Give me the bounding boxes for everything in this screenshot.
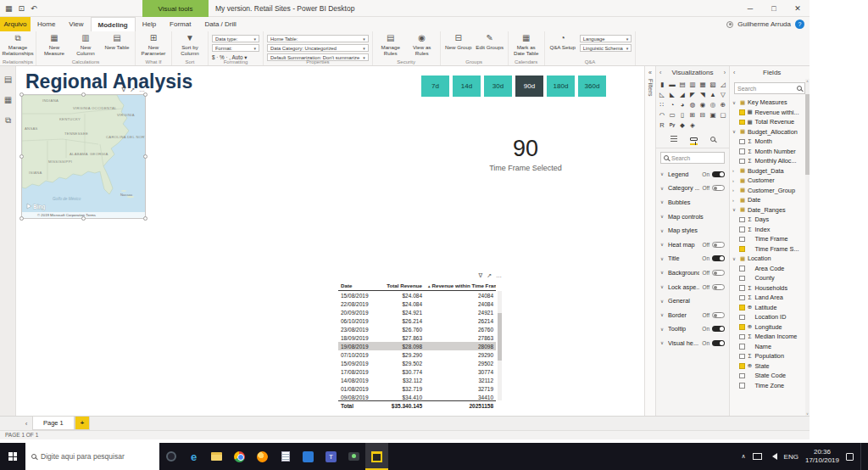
- clustered-column-chart-icon[interactable]: ▥: [688, 80, 698, 89]
- clustered-bar-chart-icon[interactable]: ▤: [678, 80, 687, 89]
- chevron-right-icon[interactable]: ›: [732, 168, 737, 173]
- page-nav-icon[interactable]: ‹: [20, 417, 32, 430]
- collapse-visualizations-icon[interactable]: ‹: [659, 70, 661, 76]
- resize-handle[interactable]: [19, 92, 24, 97]
- report-view-icon[interactable]: ▤: [0, 72, 16, 87]
- category-toggle[interactable]: [712, 185, 725, 191]
- scatter-chart-icon[interactable]: ∷: [658, 100, 667, 109]
- line-and-stacked-column-chart-icon[interactable]: ◢: [678, 90, 687, 99]
- ribbon-control-linguistic-schema[interactable]: Linguistic Schema: [580, 44, 632, 52]
- format-option-map-controls[interactable]: ∨Map controls: [656, 210, 729, 224]
- ribbon-control-format[interactable]: Format:: [212, 44, 259, 52]
- ribbon-button-sort-by-column[interactable]: ▼Sort by Column: [175, 33, 204, 56]
- edge-icon[interactable]: e: [182, 443, 205, 470]
- revenue-table-visual[interactable]: ∇ ↗ … DateTotal Revenue▲Revenue within T…: [338, 281, 502, 411]
- donut-chart-icon[interactable]: ◕: [678, 100, 687, 109]
- chrome-icon[interactable]: [228, 443, 251, 470]
- focus-mode-icon[interactable]: ↗: [487, 272, 492, 279]
- scrollbar-thumb[interactable]: [805, 94, 810, 175]
- chevron-down-icon[interactable]: ∨: [660, 284, 665, 289]
- bing-map[interactable]: INDIANAVIRGINIA OCCIDENTALVIRGINIAKENTUC…: [22, 95, 145, 218]
- field-item-time-zone[interactable]: Time Zone: [730, 381, 810, 391]
- notepad-icon[interactable]: [274, 443, 297, 470]
- notification-center-icon[interactable]: [846, 453, 854, 461]
- tab-view[interactable]: View: [62, 17, 90, 31]
- field-item-median-income[interactable]: ΣMedian Income: [730, 332, 810, 342]
- field-item-location-id[interactable]: Location ID: [730, 312, 810, 322]
- pie-chart-icon[interactable]: ◔: [668, 100, 677, 109]
- format-option-bubbles[interactable]: ∨Bubbles: [656, 195, 729, 210]
- field-checkbox[interactable]: [739, 334, 745, 340]
- taskbar-search[interactable]: Digite aqui para pesquisar: [25, 443, 159, 470]
- table-row[interactable]: 09/08/2019$34.41034410: [338, 393, 496, 400]
- expand-visualizations-icon[interactable]: ›: [724, 70, 726, 76]
- format-option-tooltip[interactable]: ∨TooltipOn: [656, 322, 729, 337]
- field-checkbox[interactable]: [739, 285, 745, 291]
- chevron-down-icon[interactable]: ∨: [660, 242, 665, 247]
- fields-table-budget-data[interactable]: ›▦Budget_Data: [730, 166, 810, 176]
- show-desktop-button[interactable]: [860, 443, 864, 470]
- chevron-down-icon[interactable]: ∨: [660, 171, 665, 176]
- multi-row-card-icon[interactable]: ▯: [678, 110, 687, 120]
- table-row[interactable]: 20/09/2019$24.92124921: [338, 308, 496, 316]
- ribbon-button-view-as-rules[interactable]: ◉View as Rules: [408, 33, 437, 56]
- field-checkbox[interactable]: [739, 246, 745, 252]
- field-checkbox[interactable]: [739, 109, 745, 115]
- map-visual[interactable]: ∇ ↗ … INDIANAVIRGINIA OCCIDENTALVIRGINIA…: [21, 94, 146, 219]
- table-row[interactable]: 23/08/2019$26.76026760: [338, 325, 496, 333]
- camera-icon[interactable]: [342, 443, 365, 470]
- matrix-icon[interactable]: ▢: [719, 110, 728, 120]
- card-icon[interactable]: ▭: [668, 110, 677, 120]
- chevron-down-icon[interactable]: ∨: [660, 340, 665, 345]
- visual-studio-icon[interactable]: [297, 443, 320, 470]
- table-row[interactable]: 14/08/2019$32.11232112: [338, 376, 496, 384]
- field-checkbox[interactable]: [739, 148, 745, 154]
- gauge-icon[interactable]: ◠: [658, 110, 667, 120]
- format-option-visual-he[interactable]: ∨Visual he...On: [656, 336, 729, 350]
- chevron-down-icon[interactable]: ∨: [732, 100, 737, 105]
- lock-aspe-toggle[interactable]: [712, 284, 725, 290]
- field-checkbox[interactable]: [739, 159, 745, 165]
- ribbon-control-data-category-uncategorized[interactable]: Data Category: Uncategorized: [267, 44, 369, 52]
- format-option-general[interactable]: ∨General: [656, 294, 729, 308]
- field-checkbox[interactable]: [739, 315, 745, 321]
- tab-home[interactable]: Home: [31, 17, 62, 31]
- format-option-heat-map[interactable]: ∨Heat mapOff: [656, 238, 729, 252]
- power-bi-icon[interactable]: [365, 443, 388, 470]
- field-item-month[interactable]: ΣMonth: [730, 137, 810, 147]
- field-checkbox[interactable]: [739, 324, 745, 330]
- table-row[interactable]: 15/08/2019$24.08424084: [338, 291, 496, 299]
- report-canvas[interactable]: Regional Analysis ∇ ↗ …: [16, 66, 644, 416]
- table-row[interactable]: 15/09/2019$29.50229502: [338, 359, 496, 367]
- user-name[interactable]: Guilherme Arruda: [737, 20, 791, 28]
- timeframe-button-360d[interactable]: 360d: [578, 76, 606, 97]
- resize-handle[interactable]: [143, 154, 147, 159]
- visual-he-toggle[interactable]: [712, 340, 725, 346]
- background-toggle[interactable]: [712, 270, 725, 276]
- column-header-revenue-within-time-frame[interactable]: ▲Revenue within Time Frame: [425, 281, 496, 291]
- table-row[interactable]: 01/08/2019$32.71932719: [338, 384, 496, 393]
- stacked-column-chart-icon[interactable]: ▬: [668, 80, 677, 89]
- chevron-down-icon[interactable]: ∨: [660, 228, 665, 233]
- format-search-input[interactable]: [671, 155, 721, 161]
- fields-table-date-ranges[interactable]: ∨▦Date_Ranges: [730, 205, 810, 215]
- timeframe-button-180d[interactable]: 180d: [547, 76, 575, 97]
- chevron-down-icon[interactable]: ∨: [660, 199, 665, 204]
- display-icon[interactable]: [753, 453, 762, 460]
- tab-data-drill[interactable]: Data / Drill: [198, 17, 242, 31]
- ribbon-button-manage-rules[interactable]: ▤Manage Rules: [376, 33, 405, 56]
- title-toggle[interactable]: [712, 255, 725, 261]
- fields-table-customer-group[interactable]: ›▦Customer_Group: [730, 186, 810, 196]
- fields-search[interactable]: [734, 82, 805, 94]
- tooltip-toggle[interactable]: [712, 326, 725, 332]
- resize-handle[interactable]: [143, 216, 147, 221]
- resize-handle[interactable]: [143, 92, 147, 97]
- field-item-monthly-alloc[interactable]: ΣMonthly Alloc...: [730, 156, 810, 166]
- tab-format[interactable]: Format: [163, 17, 198, 31]
- format-option-lock-aspe[interactable]: ∨Lock aspe...Off: [656, 280, 729, 294]
- format-tab-icon[interactable]: [690, 136, 698, 145]
- chevron-down-icon[interactable]: ∨: [660, 256, 665, 261]
- timeframe-button-90d[interactable]: 90d: [515, 76, 543, 97]
- chevron-down-icon[interactable]: ∨: [732, 207, 737, 212]
- field-checkbox[interactable]: [739, 266, 745, 271]
